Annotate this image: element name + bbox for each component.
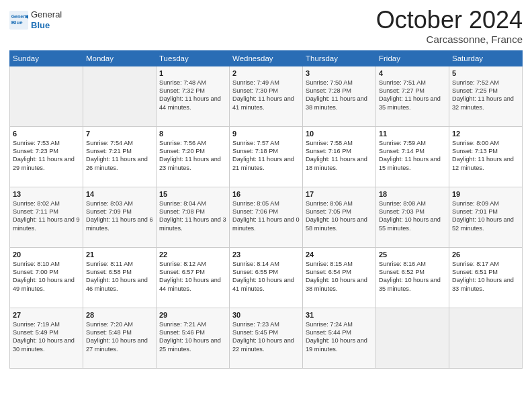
day-number: 2 [232,69,300,77]
calendar-cell: 12Sunrise: 8:00 AM Sunset: 7:13 PM Dayli… [449,126,523,187]
calendar-cell: 25Sunrise: 8:16 AM Sunset: 6:52 PM Dayli… [376,247,449,308]
calendar-cell: 24Sunrise: 8:15 AM Sunset: 6:54 PM Dayli… [303,247,376,308]
day-info: Sunrise: 7:50 AM Sunset: 7:28 PM Dayligh… [306,79,373,112]
day-number: 12 [452,130,519,138]
calendar-cell: 23Sunrise: 8:14 AM Sunset: 6:55 PM Dayli… [230,247,303,308]
calendar-cell: 10Sunrise: 7:58 AM Sunset: 7:16 PM Dayli… [303,126,376,187]
day-info: Sunrise: 7:23 AM Sunset: 5:45 PM Dayligh… [232,320,300,354]
day-header-thursday: Thursday [303,50,376,66]
day-info: Sunrise: 8:02 AM Sunset: 7:11 PM Dayligh… [13,199,80,233]
day-number: 6 [13,130,80,138]
day-header-sunday: Sunday [10,50,83,66]
day-info: Sunrise: 7:19 AM Sunset: 5:49 PM Dayligh… [13,320,80,354]
calendar-cell [10,66,83,126]
calendar-cell: 21Sunrise: 8:11 AM Sunset: 6:58 PM Dayli… [83,247,157,308]
calendar-cell: 31Sunrise: 7:24 AM Sunset: 5:44 PM Dayli… [303,308,376,368]
day-header-tuesday: Tuesday [157,50,230,66]
day-info: Sunrise: 7:48 AM Sunset: 7:32 PM Dayligh… [159,79,226,112]
calendar-table: SundayMondayTuesdayWednesdayThursdayFrid… [9,50,523,369]
logo-text: General Blue [31,9,62,30]
day-info: Sunrise: 8:15 AM Sunset: 6:54 PM Dayligh… [306,260,373,293]
day-number: 29 [159,311,226,319]
calendar-week-row: 27Sunrise: 7:19 AM Sunset: 5:49 PM Dayli… [10,308,523,368]
title-block: October 2024 Carcassonne, France [376,7,523,45]
day-number: 10 [306,130,373,138]
day-number: 19 [452,190,519,198]
month-title: October 2024 [376,7,523,34]
logo: General Blue General Blue [9,9,62,30]
day-info: Sunrise: 8:17 AM Sunset: 6:51 PM Dayligh… [452,260,519,293]
day-info: Sunrise: 8:04 AM Sunset: 7:08 PM Dayligh… [159,199,226,233]
day-number: 22 [159,250,226,259]
calendar-week-row: 1Sunrise: 7:48 AM Sunset: 7:32 PM Daylig… [10,66,523,126]
day-number: 18 [379,190,446,198]
calendar-cell: 20Sunrise: 8:10 AM Sunset: 7:00 PM Dayli… [10,247,83,308]
day-number: 25 [379,250,446,259]
day-number: 3 [306,69,373,77]
day-number: 30 [232,311,300,319]
calendar-cell: 2Sunrise: 7:49 AM Sunset: 7:30 PM Daylig… [230,66,303,126]
day-number: 15 [159,190,226,198]
day-number: 5 [452,69,519,77]
location: Carcassonne, France [376,34,523,45]
day-info: Sunrise: 7:52 AM Sunset: 7:25 PM Dayligh… [452,79,519,112]
day-info: Sunrise: 7:59 AM Sunset: 7:14 PM Dayligh… [379,139,446,173]
svg-text:Blue: Blue [11,19,24,26]
day-info: Sunrise: 8:06 AM Sunset: 7:05 PM Dayligh… [306,199,373,233]
day-info: Sunrise: 8:09 AM Sunset: 7:01 PM Dayligh… [452,199,519,233]
day-info: Sunrise: 7:49 AM Sunset: 7:30 PM Dayligh… [232,79,300,112]
calendar-cell: 15Sunrise: 8:04 AM Sunset: 7:08 PM Dayli… [157,187,230,247]
calendar-cell: 26Sunrise: 8:17 AM Sunset: 6:51 PM Dayli… [449,247,523,308]
day-number: 8 [159,130,226,138]
day-number: 17 [306,190,373,198]
day-info: Sunrise: 8:00 AM Sunset: 7:13 PM Dayligh… [452,139,519,173]
day-info: Sunrise: 7:56 AM Sunset: 7:20 PM Dayligh… [159,139,226,173]
day-number: 11 [379,130,446,138]
calendar-cell: 7Sunrise: 7:54 AM Sunset: 7:21 PM Daylig… [83,126,157,187]
calendar-cell: 13Sunrise: 8:02 AM Sunset: 7:11 PM Dayli… [10,187,83,247]
day-header-friday: Friday [376,50,449,66]
day-number: 9 [232,130,300,138]
day-header-wednesday: Wednesday [230,50,303,66]
calendar-cell: 30Sunrise: 7:23 AM Sunset: 5:45 PM Dayli… [230,308,303,368]
day-number: 14 [86,190,153,198]
day-header-monday: Monday [83,50,157,66]
day-number: 4 [379,69,446,77]
calendar-cell: 1Sunrise: 7:48 AM Sunset: 7:32 PM Daylig… [157,66,230,126]
day-info: Sunrise: 8:11 AM Sunset: 6:58 PM Dayligh… [86,260,153,293]
day-number: 28 [86,311,153,319]
day-info: Sunrise: 8:03 AM Sunset: 7:09 PM Dayligh… [86,199,153,233]
calendar-cell: 16Sunrise: 8:05 AM Sunset: 7:06 PM Dayli… [230,187,303,247]
calendar-cell: 9Sunrise: 7:57 AM Sunset: 7:18 PM Daylig… [230,126,303,187]
calendar-week-row: 13Sunrise: 8:02 AM Sunset: 7:11 PM Dayli… [10,187,523,247]
calendar-cell: 18Sunrise: 8:08 AM Sunset: 7:03 PM Dayli… [376,187,449,247]
logo-icon: General Blue [9,11,28,30]
day-info: Sunrise: 7:20 AM Sunset: 5:48 PM Dayligh… [86,320,153,354]
day-number: 23 [232,250,300,259]
calendar-week-row: 6Sunrise: 7:53 AM Sunset: 7:23 PM Daylig… [10,126,523,187]
calendar-cell: 6Sunrise: 7:53 AM Sunset: 7:23 PM Daylig… [10,126,83,187]
calendar-cell: 17Sunrise: 8:06 AM Sunset: 7:05 PM Dayli… [303,187,376,247]
calendar-week-row: 20Sunrise: 8:10 AM Sunset: 7:00 PM Dayli… [10,247,523,308]
day-number: 26 [452,250,519,259]
calendar-cell: 11Sunrise: 7:59 AM Sunset: 7:14 PM Dayli… [376,126,449,187]
calendar-cell: 22Sunrise: 8:12 AM Sunset: 6:57 PM Dayli… [157,247,230,308]
calendar-cell: 5Sunrise: 7:52 AM Sunset: 7:25 PM Daylig… [449,66,523,126]
calendar-cell [449,308,523,368]
day-number: 16 [232,190,300,198]
calendar-cell: 28Sunrise: 7:20 AM Sunset: 5:48 PM Dayli… [83,308,157,368]
day-info: Sunrise: 8:10 AM Sunset: 7:00 PM Dayligh… [13,260,80,293]
calendar-cell: 19Sunrise: 8:09 AM Sunset: 7:01 PM Dayli… [449,187,523,247]
day-info: Sunrise: 8:14 AM Sunset: 6:55 PM Dayligh… [232,260,300,293]
day-info: Sunrise: 8:12 AM Sunset: 6:57 PM Dayligh… [159,260,226,293]
calendar-cell [83,66,157,126]
day-info: Sunrise: 7:54 AM Sunset: 7:21 PM Dayligh… [86,139,153,173]
calendar-cell [376,308,449,368]
day-number: 21 [86,250,153,259]
day-number: 13 [13,190,80,198]
calendar-cell: 14Sunrise: 8:03 AM Sunset: 7:09 PM Dayli… [83,187,157,247]
day-number: 20 [13,250,80,259]
day-info: Sunrise: 8:05 AM Sunset: 7:06 PM Dayligh… [232,199,300,233]
day-number: 27 [13,311,80,319]
svg-text:General: General [11,14,28,19]
